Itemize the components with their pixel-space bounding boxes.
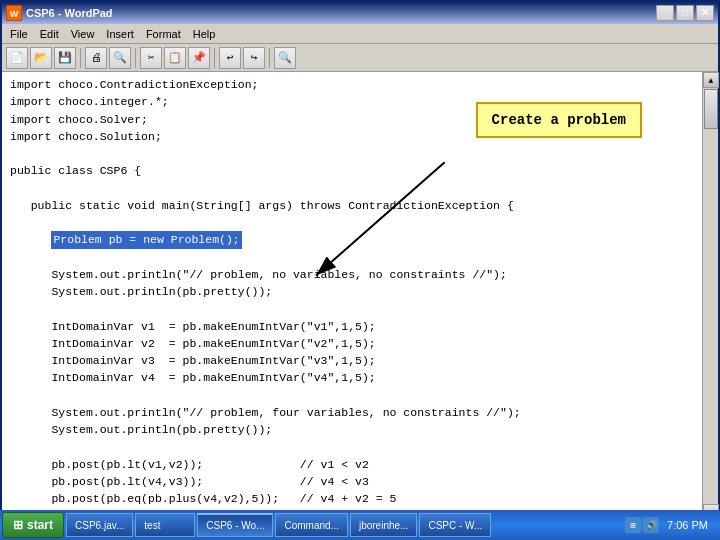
callout-text: Create a problem — [492, 112, 626, 128]
highlighted-code: Problem pb = new Problem(); — [51, 231, 241, 248]
taskbar-item-6[interactable]: CSPC - W... — [419, 513, 491, 537]
scroll-up-button[interactable]: ▲ — [703, 72, 719, 88]
code-line-20: System.out.println("// problem, four var… — [10, 406, 521, 419]
taskbar-item-3[interactable]: CSP6 - Wo... — [197, 513, 273, 537]
taskbar-item-1[interactable]: CSP6.jav... — [66, 513, 133, 537]
window-title: CSP6 - WordPad — [26, 7, 113, 19]
menu-edit[interactable]: Edit — [34, 26, 65, 42]
preview-button[interactable]: 🔍 — [109, 47, 131, 69]
start-label: start — [27, 518, 53, 532]
code-editor[interactable]: Create a problem import choco.Contradict… — [2, 72, 702, 520]
taskbar-item-1-label: CSP6.jav... — [75, 520, 124, 531]
system-tray: ⊞ 🔊 7:06 PM — [621, 517, 718, 533]
code-line-13: System.out.println(pb.pretty()); — [10, 285, 272, 298]
taskbar-item-2-label: test — [144, 520, 160, 531]
app-icon: W — [6, 5, 22, 21]
minimize-button[interactable]: _ — [656, 5, 674, 21]
code-line-16: IntDomainVar v2 = pb.makeEnumIntVar("v2"… — [10, 337, 376, 350]
code-line-6: public class CSP6 { — [10, 164, 141, 177]
menu-bar: File Edit View Insert Format Help — [2, 24, 718, 44]
redo-button[interactable]: ↪ — [243, 47, 265, 69]
scrollbar-thumb[interactable] — [704, 89, 718, 129]
undo-button[interactable]: ↩ — [219, 47, 241, 69]
find-button[interactable]: 🔍 — [274, 47, 296, 69]
code-line-1: import choco.ContradictionException; — [10, 78, 258, 91]
taskbar-item-4-label: Command... — [284, 520, 338, 531]
code-content: import choco.ContradictionException; imp… — [10, 76, 694, 520]
content-area: Create a problem import choco.Contradict… — [2, 72, 718, 520]
menu-help[interactable]: Help — [187, 26, 222, 42]
menu-file[interactable]: File — [4, 26, 34, 42]
separator-1 — [80, 48, 81, 68]
menu-view[interactable]: View — [65, 26, 101, 42]
taskbar-item-5[interactable]: jboreinhe... — [350, 513, 417, 537]
code-line-3: import choco.Solver; — [10, 113, 148, 126]
taskbar-clock: 7:06 PM — [661, 519, 714, 531]
taskbar: ⊞ start CSP6.jav... test CSP6 - Wo... Co… — [0, 510, 720, 540]
title-bar: W CSP6 - WordPad _ □ ✕ — [2, 2, 718, 24]
code-line-12: System.out.println("// problem, no varia… — [10, 268, 507, 281]
start-icon: ⊞ — [13, 518, 23, 532]
copy-button[interactable]: 📋 — [164, 47, 186, 69]
callout-box: Create a problem — [476, 102, 642, 138]
taskbar-item-6-label: CSPC - W... — [428, 520, 482, 531]
code-line-2: import choco.integer.*; — [10, 95, 169, 108]
separator-3 — [214, 48, 215, 68]
close-button[interactable]: ✕ — [696, 5, 714, 21]
new-button[interactable]: 📄 — [6, 47, 28, 69]
tray-icon-2: 🔊 — [643, 517, 659, 533]
menu-format[interactable]: Format — [140, 26, 187, 42]
taskbar-item-5-label: jboreinhe... — [359, 520, 408, 531]
toolbar: 📄 📂 💾 🖨 🔍 ✂ 📋 📌 ↩ ↪ 🔍 — [2, 44, 718, 72]
code-line-24: pb.post(pb.lt(v4,v3)); // v4 < v3 — [10, 475, 369, 488]
start-button[interactable]: ⊞ start — [2, 512, 64, 538]
menu-insert[interactable]: Insert — [100, 26, 140, 42]
vertical-scrollbar[interactable]: ▲ ▼ — [702, 72, 718, 520]
maximize-button[interactable]: □ — [676, 5, 694, 21]
tray-icon-1: ⊞ — [625, 517, 641, 533]
code-line-23: pb.post(pb.lt(v1,v2)); // v1 < v2 — [10, 458, 369, 471]
code-line-8: public static void main(String[] args) t… — [10, 199, 514, 212]
taskbar-item-2[interactable]: test — [135, 513, 195, 537]
code-line-18: IntDomainVar v4 = pb.makeEnumIntVar("v4"… — [10, 371, 376, 384]
scrollbar-track[interactable] — [703, 88, 718, 504]
taskbar-item-4[interactable]: Command... — [275, 513, 347, 537]
code-line-21: System.out.println(pb.pretty()); — [10, 423, 272, 436]
separator-4 — [269, 48, 270, 68]
code-line-10: Problem pb = new Problem(); — [10, 233, 242, 246]
taskbar-item-3-label: CSP6 - Wo... — [206, 520, 264, 531]
code-line-15: IntDomainVar v1 = pb.makeEnumIntVar("v1"… — [10, 320, 376, 333]
save-button[interactable]: 💾 — [54, 47, 76, 69]
cut-button[interactable]: ✂ — [140, 47, 162, 69]
print-button[interactable]: 🖨 — [85, 47, 107, 69]
separator-2 — [135, 48, 136, 68]
code-line-4: import choco.Solution; — [10, 130, 162, 143]
open-button[interactable]: 📂 — [30, 47, 52, 69]
paste-button[interactable]: 📌 — [188, 47, 210, 69]
code-line-17: IntDomainVar v3 = pb.makeEnumIntVar("v3"… — [10, 354, 376, 367]
code-line-25: pb.post(pb.eq(pb.plus(v4,v2),5)); // v4 … — [10, 492, 396, 505]
